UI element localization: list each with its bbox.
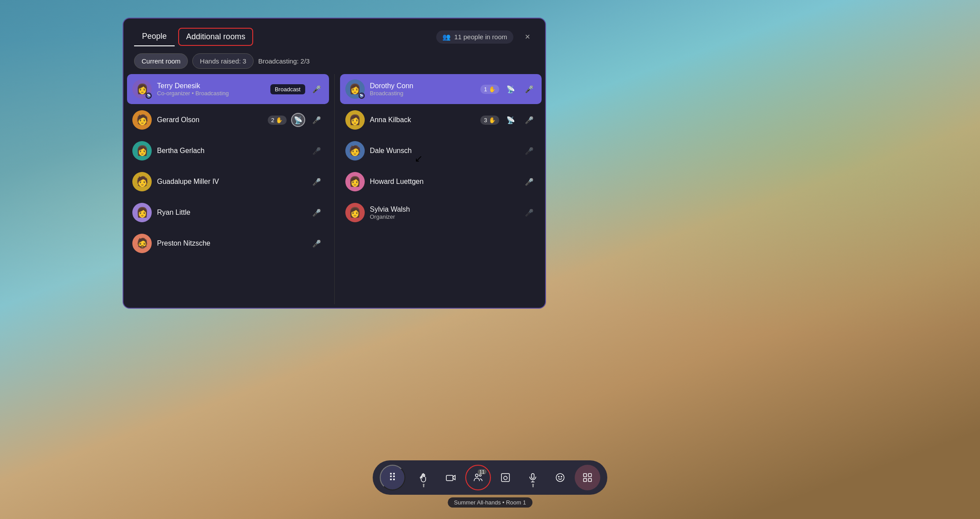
participant-actions: 🎤 (310, 236, 324, 250)
mic-muted-button[interactable]: 🎤 (522, 205, 536, 220)
hand-count: 3 ✋ (480, 116, 499, 125)
mic-button[interactable]: 🎤 (310, 113, 324, 127)
avatar-anna: 👩 (345, 110, 365, 130)
avatar-gerard: 🧑 (132, 110, 152, 130)
hand-count: 1 ✋ (480, 85, 499, 94)
mic-button[interactable]: 🎤 (522, 175, 536, 189)
broadcast-button[interactable]: 📡 (291, 113, 305, 127)
participant-guadalupe-miller[interactable]: 🧑 Guadalupe Miller IV 🎤 (127, 167, 329, 197)
people-icon: 👥 (442, 33, 451, 41)
participant-actions: 🎤 (522, 205, 536, 220)
svg-point-7 (556, 474, 564, 482)
avatar-wrapper: 👩 (345, 203, 365, 222)
avatar-ryan: 👩 (132, 203, 152, 222)
participant-info: Dorothy Conn Broadcasting (370, 82, 475, 97)
participant-name: Ryan Little (157, 209, 304, 217)
participant-info: Dale Wunsch (370, 147, 517, 155)
people-count-badge: 👥 11 people in room (436, 30, 513, 44)
mic-toolbar-button[interactable]: ⬆ (520, 465, 546, 490)
participant-info: Anna Kilback (370, 116, 475, 124)
broadcast-icon-button[interactable]: 📡 (504, 82, 518, 96)
apps-button[interactable]: ⠿ (380, 465, 405, 490)
participant-actions: Broadcast 🎤 (270, 82, 324, 96)
mic-button[interactable]: 🎤 (310, 205, 324, 220)
tab-bar: People Additional rooms (134, 27, 253, 46)
participant-terry-denesik[interactable]: 👩 📡 Terry Denesik Co-organizer • Broadca… (127, 74, 329, 104)
avatar-dale: 🧑 (345, 141, 365, 161)
mic-button[interactable]: 🎤 (522, 82, 536, 96)
participant-actions: 1 ✋ 📡 🎤 (480, 82, 536, 96)
participant-info: Bertha Gerlach (157, 147, 304, 155)
mic-muted-button[interactable]: 🎤 (522, 144, 536, 158)
avatar-howard: 👩 (345, 172, 365, 191)
svg-rect-11 (588, 474, 591, 477)
avatar-wrapper: 👩 (132, 141, 152, 161)
participant-info: Ryan Little (157, 209, 304, 217)
participant-anna-kilback[interactable]: 👩 Anna Kilback 3 ✋ 📡 🎤 (340, 105, 542, 135)
participant-info: Guadalupe Miller IV (157, 178, 304, 186)
filter-broadcasting-label: Broadcasting: 2/3 (258, 57, 310, 65)
hand-count: 2 ✋ (268, 116, 287, 125)
participant-sylvia-walsh[interactable]: 👩 Sylvia Walsh Organizer 🎤 (340, 198, 542, 228)
filter-hands-raised[interactable]: Hands raised: 3 (192, 53, 254, 69)
svg-point-3 (504, 476, 507, 480)
mic-button[interactable]: 🎤 (522, 113, 536, 127)
svg-rect-4 (531, 474, 534, 478)
participant-ryan-little[interactable]: 👩 Ryan Little 🎤 (127, 198, 329, 228)
participant-actions: 🎤 (522, 175, 536, 189)
participant-gerard-olson[interactable]: 🧑 Gerard Olson 2 ✋ 📡 🎤 (127, 105, 329, 135)
participant-role: Co-organizer • Broadcasting (157, 90, 265, 97)
avatar-preston: 🧔 (132, 234, 152, 253)
participant-info: Sylvia Walsh Organizer (370, 205, 517, 220)
mic-button[interactable]: 🎤 (310, 175, 324, 189)
svg-point-9 (561, 476, 562, 477)
broadcast-dot: 📡 (359, 93, 365, 99)
broadcast-icon-button[interactable]: 📡 (504, 113, 518, 127)
tab-additional-rooms[interactable]: Additional rooms (178, 28, 253, 46)
people-count-toolbar: 11 (478, 469, 486, 474)
participant-actions: 3 ✋ 📡 🎤 (480, 113, 536, 127)
more-options-button[interactable] (575, 465, 600, 490)
emoji-button[interactable] (547, 465, 573, 490)
mic-button[interactable]: 🎤 (310, 82, 324, 96)
panel-header: People Additional rooms 👥 11 people in r… (123, 19, 545, 46)
participant-actions: 🎤 (310, 175, 324, 189)
right-column: 👩 📡 Dorothy Conn Broadcasting 1 ✋ 📡 🎤 (340, 74, 542, 304)
bottom-toolbar: ⠿ ⬆ 11 (373, 460, 607, 495)
tab-people[interactable]: People (134, 27, 175, 46)
participant-name: Terry Denesik (157, 82, 265, 90)
svg-point-8 (558, 476, 559, 477)
room-label: Summer All-hands • Room 1 (448, 497, 532, 508)
header-right: 👥 11 people in room × (436, 30, 535, 44)
participant-bertha-gerlach[interactable]: 👩 Bertha Gerlach 🎤 (127, 136, 329, 166)
participant-dale-wunsch[interactable]: 🧑 Dale Wunsch 🎤 (340, 136, 542, 166)
mic-button[interactable]: 🎤 (310, 236, 324, 250)
participant-name: Guadalupe Miller IV (157, 178, 304, 186)
participant-dorothy-conn[interactable]: 👩 📡 Dorothy Conn Broadcasting 1 ✋ 📡 🎤 (340, 74, 542, 104)
participant-info: Gerard Olson (157, 116, 262, 124)
participant-role: Organizer (370, 213, 517, 220)
participant-name: Dorothy Conn (370, 82, 475, 90)
participant-actions: 🎤 (310, 144, 324, 158)
participant-preston-nitzsche[interactable]: 🧔 Preston Nitzsche 🎤 (127, 228, 329, 258)
screenshot-button[interactable] (493, 465, 518, 490)
svg-rect-10 (584, 474, 587, 477)
participant-name: Gerard Olson (157, 116, 262, 124)
participant-actions: 🎤 (310, 205, 324, 220)
filter-current-room[interactable]: Current room (134, 53, 188, 69)
broadcast-tag: Broadcast (270, 84, 305, 94)
participant-name: Howard Luettgen (370, 178, 517, 186)
mic-muted-button[interactable]: 🎤 (310, 144, 324, 158)
participant-name: Sylvia Walsh (370, 205, 517, 213)
avatar-guadalupe: 🧑 (132, 172, 152, 191)
participant-actions: 2 ✋ 📡 🎤 (268, 113, 324, 127)
close-button[interactable]: × (520, 30, 535, 44)
camera-button[interactable] (438, 465, 464, 490)
people-button[interactable]: 11 (465, 465, 491, 490)
participant-howard-luettgen[interactable]: 👩 Howard Luettgen 🎤 (340, 167, 542, 197)
participant-name: Dale Wunsch (370, 147, 517, 155)
raise-hand-button[interactable]: ⬆ (411, 465, 436, 490)
broadcast-dot: 📡 (146, 93, 152, 99)
avatar-wrapper: 🧔 (132, 234, 152, 253)
people-count-label: 11 people in room (454, 33, 507, 41)
